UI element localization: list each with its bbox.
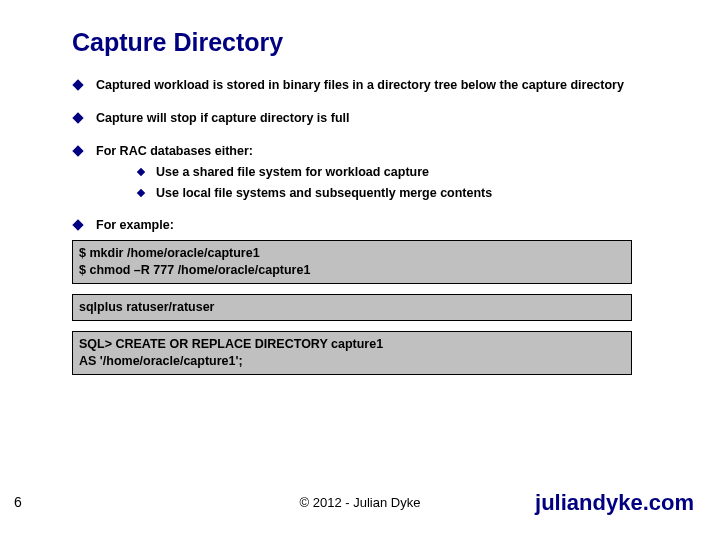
bullet-text: Captured workload is stored in binary fi…	[96, 77, 662, 94]
bullet-item: Capture will stop if capture directory i…	[72, 110, 662, 127]
diamond-icon	[137, 188, 145, 196]
footer-site: juliandyke.com	[535, 490, 694, 516]
diamond-icon	[72, 79, 83, 90]
bullet-item: For RAC databases either: Use a shared f…	[72, 143, 662, 202]
diamond-icon	[72, 145, 83, 156]
bullet-text: For RAC databases either:	[96, 143, 662, 160]
code-block: SQL> CREATE OR REPLACE DIRECTORY capture…	[72, 331, 632, 375]
diamond-icon	[137, 167, 145, 175]
slide: Capture Directory Captured workload is s…	[0, 0, 720, 540]
slide-body: Captured workload is stored in binary fi…	[72, 77, 662, 375]
bullet-text: Use a shared file system for workload ca…	[156, 164, 429, 181]
sub-bullet-item: Use local file systems and subsequently …	[136, 185, 662, 202]
bullet-text: Capture will stop if capture directory i…	[96, 110, 662, 127]
bullet-text: Use local file systems and subsequently …	[156, 185, 492, 202]
slide-title: Capture Directory	[72, 28, 720, 57]
diamond-icon	[72, 220, 83, 231]
code-block: $ mkdir /home/oracle/capture1 $ chmod –R…	[72, 240, 632, 284]
bullet-text: For example:	[96, 217, 662, 234]
bullet-item: For example:	[72, 217, 662, 234]
code-block: sqlplus ratuser/ratuser	[72, 294, 632, 321]
diamond-icon	[72, 112, 83, 123]
bullet-item: Captured workload is stored in binary fi…	[72, 77, 662, 94]
sub-bullet-item: Use a shared file system for workload ca…	[136, 164, 662, 181]
